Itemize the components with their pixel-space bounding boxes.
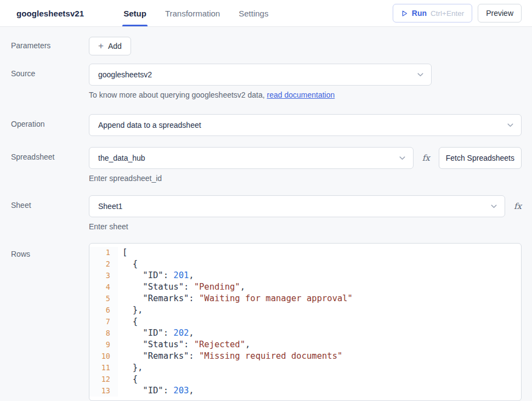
run-button[interactable]: Run Ctrl+Enter	[393, 4, 472, 22]
spreadsheet-select[interactable]: the_data_hub	[89, 147, 414, 169]
sheet-select[interactable]: Sheet1	[89, 195, 505, 217]
code-line[interactable]: 7 {	[89, 316, 521, 327]
source-helper-prefix: To know more about querying googlesheets…	[89, 91, 267, 99]
sheet-select-value: Sheet1	[98, 202, 122, 211]
add-parameter-label: Add	[108, 42, 122, 50]
spreadsheet-select-value: the_data_hub	[98, 154, 145, 162]
source-helper-text: To know more about querying googlesheets…	[89, 90, 522, 100]
code-line[interactable]: 12 {	[89, 374, 521, 385]
tab-transformation[interactable]: Transformation	[164, 0, 221, 26]
spreadsheet-row: Spreadsheet the_data_hub fx Fetch Spread…	[0, 147, 532, 183]
play-icon	[401, 10, 408, 17]
line-number: 2	[89, 258, 118, 270]
fx-toggle[interactable]: fx	[514, 201, 522, 211]
operation-label: Operation	[11, 114, 89, 128]
rows-label: Rows	[11, 243, 89, 258]
line-number: 1	[89, 247, 118, 258]
source-select-value: googlesheetsv2	[98, 70, 152, 79]
line-number: 12	[89, 374, 118, 385]
plus-icon: +	[98, 41, 104, 50]
sheet-label: Sheet	[11, 195, 89, 210]
code-line[interactable]: 10 "Remarks": "Missing required document…	[89, 351, 521, 362]
code-line[interactable]: 3 "ID": 201,	[89, 270, 521, 281]
fetch-spreadsheets-button[interactable]: Fetch Spreadsheets	[439, 147, 522, 169]
code-content: "Status": "Rejected",	[118, 339, 250, 351]
line-number: 7	[89, 316, 118, 327]
code-content: {	[118, 258, 138, 270]
code-line[interactable]: 6 },	[89, 304, 521, 316]
run-shortcut: Ctrl+Enter	[431, 9, 464, 18]
chevron-down-icon	[506, 121, 514, 129]
line-number: 13	[89, 385, 118, 397]
operation-select-value: Append data to a spreadsheet	[98, 121, 201, 129]
line-number: 4	[89, 281, 118, 293]
code-line[interactable]: 4 "Status": "Pending",	[89, 281, 521, 293]
code-content: {	[118, 316, 138, 327]
tab-setup[interactable]: Setup	[122, 0, 148, 26]
code-line[interactable]: 13 "ID": 203,	[89, 385, 521, 397]
sheet-helper-text: Enter sheet	[89, 222, 522, 231]
tab-settings[interactable]: Settings	[237, 0, 269, 26]
code-line[interactable]: 11 },	[89, 362, 521, 374]
code-content: {	[118, 374, 138, 385]
source-row: Source googlesheetsv2 To know more about…	[0, 64, 532, 100]
source-select[interactable]: googlesheetsv2	[89, 64, 432, 86]
rows-code-editor[interactable]: 1[2 {3 "ID": 201,4 "Status": "Pending",5…	[89, 243, 522, 401]
code-line[interactable]: 2 {	[89, 258, 521, 270]
parameters-row: Parameters + Add	[0, 37, 532, 55]
code-line[interactable]: 9 "Status": "Rejected",	[89, 339, 521, 351]
line-number: 11	[89, 362, 118, 374]
source-label: Source	[11, 64, 89, 78]
chevron-down-icon	[416, 71, 425, 79]
spreadsheet-label: Spreadsheet	[11, 147, 89, 161]
parameters-label: Parameters	[11, 37, 89, 50]
run-label: Run	[412, 9, 427, 18]
query-setup-panel: Parameters + Add Source googlesheetsv2 T…	[0, 27, 532, 401]
line-number: 8	[89, 327, 118, 339]
code-content: "ID": 203,	[118, 385, 194, 397]
code-content: "ID": 202,	[118, 327, 194, 339]
operation-select[interactable]: Append data to a spreadsheet	[89, 114, 522, 136]
chevron-down-icon	[398, 154, 406, 162]
fx-toggle[interactable]: fx	[422, 153, 430, 163]
line-number: 10	[89, 351, 118, 362]
code-content: "Status": "Pending",	[118, 281, 245, 293]
code-content: "Remarks": "Missing required documents"	[118, 351, 342, 362]
spreadsheet-helper-text: Enter spreadsheet_id	[89, 173, 522, 183]
line-number: 5	[89, 293, 118, 304]
read-documentation-link[interactable]: read documentation	[267, 91, 335, 99]
query-header: googlesheetsv21 Setup Transformation Set…	[0, 0, 532, 27]
code-content: },	[118, 362, 143, 374]
line-number: 9	[89, 339, 118, 351]
rows-row: Rows 1[2 {3 "ID": 201,4 "Status": "Pendi…	[0, 243, 532, 401]
code-content: "ID": 201,	[118, 270, 194, 281]
header-actions: Run Ctrl+Enter Preview	[393, 0, 532, 26]
code-content: "Remarks": "Waiting for manager approval…	[118, 293, 353, 304]
line-number: 6	[89, 304, 118, 316]
preview-button[interactable]: Preview	[478, 4, 522, 22]
operation-row: Operation Append data to a spreadsheet	[0, 114, 532, 136]
code-line[interactable]: 5 "Remarks": "Waiting for manager approv…	[89, 293, 521, 304]
query-tabs: Setup Transformation Settings	[122, 0, 269, 26]
code-line[interactable]: 8 "ID": 202,	[89, 327, 521, 339]
code-line[interactable]: 1[	[89, 247, 521, 258]
line-number: 3	[89, 270, 118, 281]
sheet-row: Sheet Sheet1 fx Enter sheet	[0, 195, 532, 231]
chevron-down-icon	[490, 202, 498, 211]
code-content: },	[118, 304, 143, 316]
add-parameter-button[interactable]: + Add	[89, 37, 131, 55]
code-content: [	[118, 247, 127, 258]
query-title: googlesheetsv21	[16, 9, 84, 18]
